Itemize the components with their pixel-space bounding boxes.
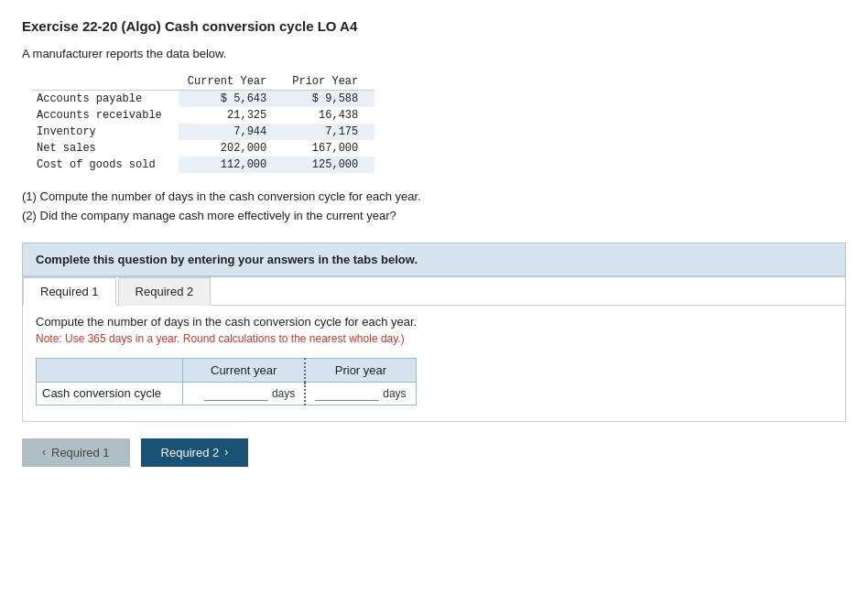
row-current: 21,325 [179,107,283,124]
nav-buttons: ‹ Required 1 Required 2 › [22,438,846,467]
tabs-container: Required 1 Required 2 Compute the number… [22,276,846,422]
answer-col-prior: Prior year [305,358,416,382]
col-header-prior: Prior Year [283,73,374,91]
table-row: Net sales 202,000 167,000 [31,140,374,157]
questions-block: (1) Compute the number of days in the ca… [22,188,846,226]
row-current: 7,944 [179,124,283,140]
prior-year-input[interactable] [315,386,379,401]
table-row: Accounts payable $ 5,643 $ 9,588 [31,91,374,108]
row-prior: $ 9,588 [283,91,374,108]
answer-row-label: Cash conversion cycle [37,382,183,405]
answer-col-label [37,358,183,382]
table-row: Cost of goods sold 112,000 125,000 [31,157,374,173]
btn-required2[interactable]: Required 2 › [141,438,249,467]
row-current: 202,000 [179,140,283,157]
row-label: Inventory [31,124,179,140]
answer-prior-cell: days [305,382,416,405]
tab-required2[interactable]: Required 2 [118,277,212,306]
table-row: Inventory 7,944 7,175 [31,124,374,140]
tab-content: Compute the number of days in the cash c… [23,306,845,421]
row-prior: 7,175 [283,124,374,140]
answer-table-wrapper: Current year Prior year Cash conversion … [36,358,417,405]
current-days-label: days [272,387,295,400]
row-prior: 16,438 [283,107,374,124]
current-year-input[interactable] [204,386,268,401]
btn2-label: Required 2 [161,446,220,459]
tab-description: Compute the number of days in the cash c… [36,315,832,329]
row-prior: 167,000 [283,140,374,157]
question-1: (1) Compute the number of days in the ca… [22,188,846,207]
instruction-box: Complete this question by entering your … [22,243,846,276]
tab-note: Note: Use 365 days in a year. Round calc… [36,332,832,345]
row-label: Accounts payable [31,91,179,108]
answer-table: Current year Prior year Cash conversion … [36,358,417,405]
question-2: (2) Did the company manage cash more eff… [22,207,846,226]
btn1-label: Required 1 [51,446,110,459]
table-row: Accounts receivable 21,325 16,438 [31,107,374,124]
btn1-chevron-icon: ‹ [42,446,46,459]
answer-current-cell: days [183,382,306,405]
answer-row: Cash conversion cycle days days [37,382,417,405]
row-label: Net sales [31,140,179,157]
page-title: Exercise 22-20 (Algo) Cash conversion cy… [22,18,846,34]
row-current: $ 5,643 [179,91,283,108]
btn-required1[interactable]: ‹ Required 1 [22,438,130,467]
row-prior: 125,000 [283,157,374,173]
row-label: Cost of goods sold [31,157,179,173]
row-label: Accounts receivable [31,107,179,124]
row-current: 112,000 [179,157,283,173]
tab-required1[interactable]: Required 1 [23,277,116,306]
tabs-row: Required 1 Required 2 [23,277,845,306]
intro-text: A manufacturer reports the data below. [22,47,846,60]
prior-days-label: days [383,387,406,400]
data-table: Current Year Prior Year Accounts payable… [31,73,374,173]
btn2-chevron-icon: › [224,446,228,459]
col-header-current: Current Year [179,73,283,91]
answer-col-current: Current year [183,358,306,382]
